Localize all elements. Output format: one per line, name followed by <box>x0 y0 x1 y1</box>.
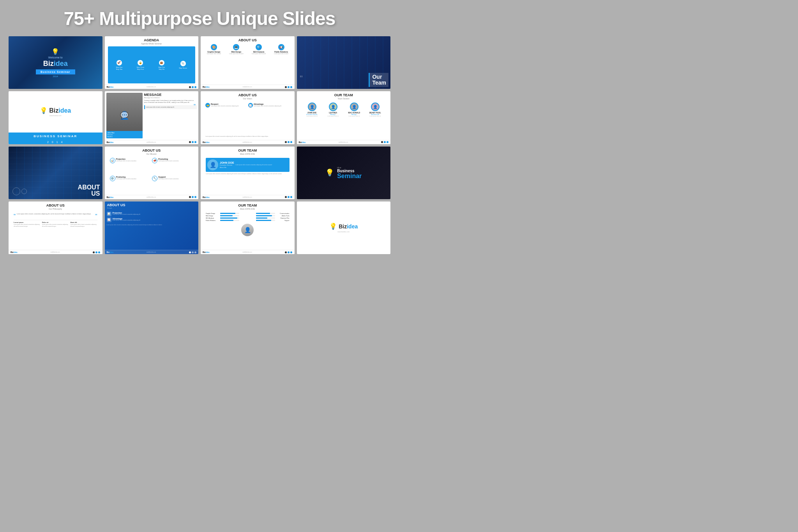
dot-1 <box>189 86 191 88</box>
mission-3: ⚙️ Producing Lorem ipsum dolor sit amet … <box>110 176 151 193</box>
dot-1 <box>189 141 191 143</box>
skillr1-bar-bg <box>256 213 275 214</box>
slide-5[interactable]: 💡 Bizidea www.bizidea.com BUSINESS SEMIN… <box>9 91 102 144</box>
bulb-icon-16: 💡 <box>329 223 337 230</box>
slide-8[interactable]: OUR TEAM Team Section 👤 JOHN DOE Executi… <box>297 91 391 144</box>
footer-logo-6: Bizidea <box>107 141 114 143</box>
slide10-footer: Bizidea mail@bizidea.com <box>105 195 199 199</box>
footer-info-6: mail@bizidea.com <box>147 141 156 143</box>
slide-14[interactable]: ABOUT US Groups 📊 Projection Lorem ipsum… <box>105 201 199 254</box>
slide11-footer: Bizidea mail@bizidea.com <box>201 195 295 199</box>
producing-desc: Lorem ipsum dolor sit amet consectetur <box>116 179 137 180</box>
skillr2-bar-fill <box>256 215 272 216</box>
url-16: www.bizidea.com <box>337 231 350 233</box>
skill2-bar-fill <box>220 215 233 216</box>
slide-7[interactable]: ABOUT US Our Vision 🤝 Respect Lorem ipsu… <box>201 91 295 144</box>
slide7-content: ABOUT US Our Vision 🤝 Respect Lorem ipsu… <box>201 91 295 140</box>
dark-content: 💡 the Business Seminar <box>325 166 362 179</box>
john-info: JOHN DOE Executive Director About Me <box>220 161 234 168</box>
phil-col-2: Dolor sit Lorem ipsum dolor sit amet con… <box>42 221 69 227</box>
slide5-bulb-icon: 💡 <box>40 107 48 114</box>
skillr4-label: Support <box>276 220 290 221</box>
member2-desc: Lorem ipsum dolor sit <box>327 116 339 117</box>
dot-2 <box>192 141 194 143</box>
step-1: 🚀 Step One Step Two <box>116 60 123 70</box>
dot-2 <box>288 141 290 143</box>
john-photo: 👤 <box>207 159 218 170</box>
vision-title: ABOUT US <box>204 93 291 97</box>
graphic-design-icon: 🎨 <box>211 44 217 50</box>
msg-quote: Lorem ipsum dolor sit amet, consectetur … <box>144 105 197 109</box>
footer-logo-11: Bizidea <box>203 196 210 198</box>
phil-divider <box>14 220 97 220</box>
slide-15[interactable]: OUR TEAM Meet JOHN DOE Graphic Design We… <box>201 201 295 254</box>
skillr2-bar-bg <box>256 215 275 216</box>
skill3-bar-fill <box>220 217 237 219</box>
skills-left: Graphic Design Web Design SEO Analysis P… <box>206 213 239 247</box>
col3-title: Amet elit <box>71 221 97 224</box>
circles-decoration <box>12 187 27 195</box>
msg-title: MESSAGE <box>144 93 197 97</box>
promoting-icon: 📣 <box>152 158 157 163</box>
promoting-title: Promoting <box>158 158 179 160</box>
phil-content: " Lorem ipsum dolor sit amet, consectetu… <box>12 212 99 249</box>
footer-dots-6 <box>189 141 196 143</box>
footer-info-11: mail@bizidea.com <box>242 196 252 198</box>
slide-9[interactable]: ABOUT US <box>9 147 102 199</box>
skillr4-bar-fill <box>256 220 271 221</box>
phil-col-1: Lorem ipsum Lorem ipsum dolor sit amet c… <box>14 221 41 227</box>
producing-icon: ⚙️ <box>110 176 115 181</box>
avatar-1: 👤 <box>308 103 316 111</box>
skillr3-bar-bg <box>256 217 275 219</box>
skillr3-label: Business Plan <box>276 217 290 219</box>
member-3: 👤 MAC DONALD Manager Lorem ipsum dolor s… <box>344 103 365 137</box>
icon-desc-2: Lorem ipsum dolor sit amet <box>229 53 243 55</box>
skill3-bar-bg <box>220 217 239 219</box>
year-text: 2014 <box>53 75 58 78</box>
skill-2: Web Design <box>206 215 239 217</box>
slide-1[interactable]: 💡 Welcome to Bizidea Business Seminar 20… <box>9 36 102 89</box>
projection-desc: Lorem ipsum dolor sit amet consectetur <box>116 161 137 162</box>
seminar-bar: Business Seminar <box>36 69 75 74</box>
skillr4-bar-bg <box>256 220 275 221</box>
icon-seo: 🔍 SEO Analysis Lorem ipsum dolor sit ame… <box>247 44 270 83</box>
mission-grid: 📊 Projection Lorem ipsum dolor sit amet … <box>108 157 196 194</box>
proj-text-14: Projection Lorem ipsum dolor sit amet co… <box>113 212 140 216</box>
slide-6[interactable]: 👤 💬 John Doe Director Bizidea MESSAGE Me… <box>105 91 199 144</box>
vision-col-2: 📈 Advantage Lorem ipsum dolor sit amet c… <box>248 103 290 134</box>
skills-right: Communication Adobe Tools Business Plan … <box>256 213 290 247</box>
dot-1 <box>285 141 287 143</box>
slide-10[interactable]: ABOUT US Our Mission 📊 Projection Lorem … <box>105 147 199 199</box>
slide-12[interactable]: 💡 the Business Seminar <box>297 147 391 199</box>
slide1-logo: 💡 Welcome to Bizidea Business Seminar 20… <box>36 48 75 78</box>
biz-logo: Bizidea <box>43 60 68 68</box>
chat-icon: 💬 <box>120 111 129 120</box>
footer-logo-14: Bizidea <box>107 251 114 253</box>
footer-info-14: mail@bizidea.com <box>147 251 156 253</box>
slide11-content: OUR TEAM Meet JOHN DOE 👤 JOHN DOE Execut… <box>201 147 295 195</box>
dot-2 <box>192 251 194 253</box>
footer-info-3: mail@bizidea.com <box>242 86 252 88</box>
skillr1-label: Communication <box>276 213 290 214</box>
skill1-bar-bg <box>220 213 239 214</box>
footer-info-13: mail@bizidea.com <box>50 251 60 253</box>
slide-13[interactable]: ABOUT US Our Philosophy " Lorem ipsum do… <box>9 201 102 254</box>
slide-2[interactable]: AGENDA Agenda Whole Seminar 🚀 Step One S… <box>105 36 199 89</box>
agenda-subtitle: Agenda Whole Seminar <box>108 42 196 45</box>
member-4: 👤 BEABY POOL Assistant DB Lorem ipsum do… <box>365 103 386 137</box>
avatar-3: 👤 <box>350 103 358 111</box>
adv-desc-14: Lorem ipsum dolor sit amet consectetur a… <box>113 220 140 221</box>
dot-1 <box>285 251 287 253</box>
vision-item-2: 📈 Advantage Lorem ipsum dolor sit amet c… <box>248 103 290 108</box>
seminar-text: Seminar <box>337 173 362 179</box>
footer-info-15: mail@bizidea.com <box>242 251 252 253</box>
skill-3: SEO Analysis <box>206 217 239 219</box>
projection-title: Projection <box>116 158 137 160</box>
overlay <box>297 36 391 89</box>
slide-3[interactable]: ABOUT US 🎨 Graphic Design Lorem ipsum do… <box>201 36 295 89</box>
slide-11[interactable]: OUR TEAM Meet JOHN DOE 👤 JOHN DOE Execut… <box>201 147 295 199</box>
slide-4[interactable]: " OurTeam <box>297 36 391 89</box>
footer-logo-10: Bizidea <box>107 196 114 198</box>
phil-two-col: Lorem ipsum Lorem ipsum dolor sit amet c… <box>14 221 97 227</box>
john-card: 👤 JOHN DOE Executive Director About Me L… <box>206 158 290 172</box>
